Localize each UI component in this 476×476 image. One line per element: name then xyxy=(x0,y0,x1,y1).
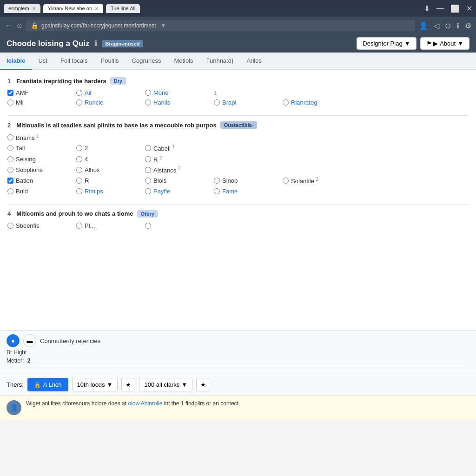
radio-ail[interactable] xyxy=(76,90,82,96)
label-rlanrateg: Rlanrateg xyxy=(291,99,317,106)
label-sbeenfis: Sbeenfis xyxy=(16,222,40,229)
radio-hanils[interactable] xyxy=(145,99,151,106)
option-solantile: Solantile 2 xyxy=(283,177,348,185)
option-blols: Blols xyxy=(145,177,210,184)
tab-ust[interactable]: Ust xyxy=(32,53,54,70)
radio-2[interactable] xyxy=(76,145,82,151)
radio-alstancs[interactable] xyxy=(145,167,151,173)
browser-icon-close[interactable]: ✕ xyxy=(466,4,472,13)
radio-pl[interactable] xyxy=(76,223,82,229)
bottom-area: ● ▬ Conmutterity retericies Br Hight Met… xyxy=(0,330,476,374)
tab-metlols[interactable]: Metlols xyxy=(167,53,199,70)
info-icon[interactable]: ℹ xyxy=(94,39,97,48)
toolbar-icon-settings[interactable]: ⚙ xyxy=(465,21,471,30)
select-10th[interactable]: 10th loods ▼ xyxy=(72,378,118,391)
option-slnop: Slnop xyxy=(214,177,279,184)
radio-sbeenfis[interactable] xyxy=(7,223,13,229)
radio-slnop[interactable] xyxy=(214,178,220,184)
tab-arlles[interactable]: Arlles xyxy=(240,53,268,70)
option-tall: Tall xyxy=(7,145,73,152)
divider-2 xyxy=(7,204,469,205)
about-button[interactable]: ⚑ ▶ About ▼ xyxy=(420,37,469,50)
notification-link[interactable]: olow Ahinrolie xyxy=(128,400,162,407)
radio-mll[interactable] xyxy=(7,99,13,106)
design-button[interactable]: Designtor Plag ▼ xyxy=(357,37,416,50)
section-2-title: 2 Mitioualls is all teadles sanl plinits… xyxy=(7,121,469,129)
toolbar-icon-user[interactable]: 👤 xyxy=(419,21,428,30)
label-cabell: Cabell 1 xyxy=(153,144,175,152)
radio-buld[interactable] xyxy=(7,188,13,194)
tab-2[interactable]: Ylinary New abe on ✕ xyxy=(43,4,103,13)
radio-rlanrateg[interactable] xyxy=(283,99,289,106)
radio-solantile[interactable] xyxy=(283,178,289,184)
label-fame: Fame xyxy=(222,188,238,195)
label-hanils: Hanils xyxy=(153,99,170,106)
label-alhox: Alhox xyxy=(85,166,100,173)
tab-3[interactable]: Tue line All xyxy=(106,4,140,13)
browser-icon-download[interactable]: ⬇ xyxy=(424,4,430,13)
radio-4[interactable] xyxy=(76,156,82,162)
tab-1[interactable]: esmplem ✕ xyxy=(4,4,40,13)
back-icon[interactable]: ← xyxy=(5,21,13,31)
radio-blols[interactable] xyxy=(145,178,151,184)
toolbar-icon-info[interactable]: ℹ xyxy=(456,21,459,30)
meta2-label: Metter: xyxy=(7,357,24,364)
radio-selsing[interactable] xyxy=(7,156,13,162)
icon-btn-square[interactable]: ▬ xyxy=(23,334,36,347)
bottom-controls: ● ▬ Conmutterity retericies xyxy=(7,334,469,347)
option-4: 4 xyxy=(76,156,141,163)
sup-1: 1 xyxy=(214,90,217,96)
page-title: Choode loising a Quiz xyxy=(7,39,90,48)
section-1-num: 1 xyxy=(7,78,11,85)
lock-icon: 🔒 xyxy=(34,382,41,388)
browser-icon-minimize[interactable]: — xyxy=(436,4,444,13)
dropdown-icon-2: ▼ xyxy=(181,381,187,388)
radio-runcle[interactable] xyxy=(76,99,82,106)
tab-lelable[interactable]: lelable xyxy=(0,53,32,70)
checkbox-bation[interactable] xyxy=(7,178,13,184)
radio-sobptions[interactable] xyxy=(7,167,13,173)
tab-foll-tocals[interactable]: Foll tocals xyxy=(54,53,94,70)
checkbox-amf[interactable] xyxy=(7,90,13,96)
select-100[interactable]: 100 all clarks ▼ xyxy=(139,378,192,391)
radio-r2[interactable] xyxy=(76,178,82,184)
tab-2-close[interactable]: ✕ xyxy=(95,6,99,11)
tab-1-close[interactable]: ✕ xyxy=(32,6,36,11)
tab-cogrurless[interactable]: Cogrurless xyxy=(126,53,168,70)
dropdown-icon-1: ▼ xyxy=(107,381,113,388)
radio-rimips[interactable] xyxy=(76,188,82,194)
star-button-1[interactable]: ★ xyxy=(121,378,135,391)
tab-tunhnad[interactable]: Tunhna:d} xyxy=(200,53,240,70)
icon-btn-circle[interactable]: ● xyxy=(7,334,20,347)
radio-payfie[interactable] xyxy=(145,188,151,194)
radio-r1[interactable] xyxy=(145,156,151,162)
toolbar-icon-back[interactable]: ◁ xyxy=(434,21,439,30)
option-bation: Bation xyxy=(7,177,73,184)
section-2-row-3: Selsing 4 R 2 xyxy=(7,155,469,163)
label-bation: Bation xyxy=(16,177,33,184)
toolbar-icon-history[interactable]: ⊙ xyxy=(445,21,451,30)
browser-icon-restore[interactable]: ⬜ xyxy=(450,4,460,13)
launch-button[interactable]: 🔒 A Lnch xyxy=(27,378,68,391)
star-button-2[interactable]: ★ xyxy=(196,378,210,391)
radio-mone[interactable] xyxy=(145,90,151,96)
option-mone: Mone xyxy=(145,89,210,96)
address-dropdown-icon[interactable]: ▼ xyxy=(161,22,166,29)
address-bar[interactable]: 🔒 gpainsfulay.com/farleccryjequent menfo… xyxy=(26,20,415,31)
radio-tall[interactable] xyxy=(7,145,13,151)
radio-cabell[interactable] xyxy=(145,145,151,151)
toolbar-icons: 👤 ◁ ⊙ ℹ ⚙ xyxy=(419,21,471,30)
bottom-label: Conmutterity retericies xyxy=(40,337,100,344)
radio-bnams[interactable] xyxy=(7,134,13,140)
section-2-row-4: Sobptions Alhox Alstancs 2 xyxy=(7,166,469,174)
section-4-row-1: Sbeenfis Pl... xyxy=(7,222,469,229)
tab-poultls[interactable]: Poultls xyxy=(94,53,126,70)
option-r1: R 2 xyxy=(145,155,210,163)
radio-fame[interactable] xyxy=(214,188,220,194)
divider-1 xyxy=(7,115,469,116)
label-mll: Mll xyxy=(16,99,24,106)
browser-toolbar: ← ⊙ 🔒 gpainsfulay.com/farleccryjequent m… xyxy=(0,17,476,34)
radio-more[interactable] xyxy=(145,223,151,229)
radio-alhox[interactable] xyxy=(76,167,82,173)
radio-brapl[interactable] xyxy=(214,99,220,106)
